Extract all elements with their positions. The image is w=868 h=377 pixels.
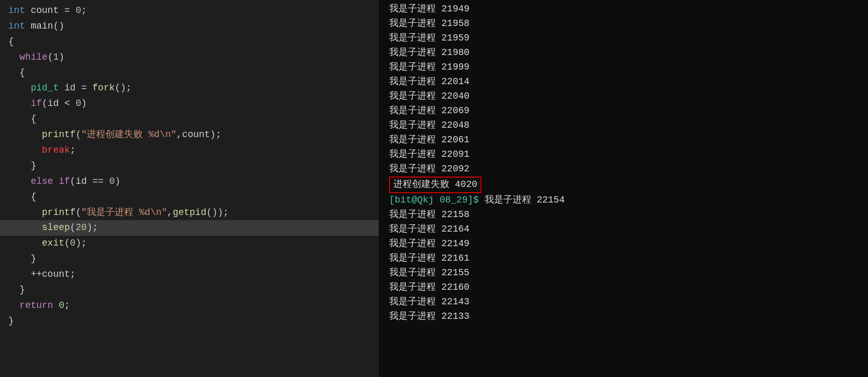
code-editor: int count = 0;int main(){ while(1) { pid… — [0, 0, 379, 377]
code-token: ); — [87, 221, 98, 235]
error-message: 进程创建失败 4020 — [389, 177, 481, 193]
code-token: ) — [115, 174, 120, 189]
code-token: ; — [81, 4, 87, 18]
code-token: 0 — [70, 236, 76, 251]
terminal-line: 我是子进程 21959 — [389, 31, 858, 46]
code-token: } — [8, 252, 36, 266]
code-line: { — [0, 190, 379, 205]
code-token: 1 — [53, 50, 59, 65]
terminal-line: 我是子进程 22160 — [389, 280, 858, 295]
code-token: if — [59, 174, 70, 189]
code-token: 0 — [76, 4, 81, 18]
terminal-line: 我是子进程 22061 — [389, 133, 858, 147]
code-token: "进程创建失败 %d\n" — [81, 128, 176, 142]
code-token — [53, 299, 59, 313]
code-token — [8, 143, 42, 158]
code-token: id = — [59, 81, 92, 96]
code-token: ) — [59, 50, 64, 65]
code-token: sleep — [42, 221, 70, 235]
code-line: else if(id == 0) — [0, 174, 379, 190]
code-token: ) — [81, 97, 87, 111]
code-token: (id == — [70, 174, 109, 189]
terminal-line: 我是子进程 22048 — [389, 118, 858, 133]
code-token: } — [8, 283, 25, 298]
code-token: pid_t — [31, 81, 59, 96]
code-token: if — [31, 97, 42, 111]
code-token: { — [8, 190, 36, 205]
code-token: getpid — [173, 206, 206, 220]
code-token: 0 — [76, 97, 81, 111]
terminal-line: 进程创建失败 4020 — [389, 177, 858, 193]
code-token: { — [8, 112, 36, 127]
code-token: } — [8, 314, 14, 329]
code-token: ,count); — [176, 128, 221, 142]
code-token: "我是子进程 %d\n" — [81, 206, 167, 220]
code-token: count = — [25, 4, 75, 18]
code-line: if(id < 0) — [0, 96, 379, 112]
code-token: ( — [64, 236, 70, 251]
terminal-line: 我是子进程 22092 — [389, 162, 858, 177]
code-token: 0 — [109, 174, 115, 189]
code-token: ); — [76, 236, 87, 251]
code-token: ( — [70, 221, 76, 235]
code-token: 0 — [59, 299, 64, 313]
code-token — [8, 221, 42, 235]
code-line: ++count; — [0, 267, 379, 282]
terminal-line: 我是子进程 22040 — [389, 89, 858, 104]
code-token: exit — [42, 236, 64, 251]
code-token — [8, 50, 20, 65]
code-token: { — [8, 66, 25, 80]
code-token: ()); — [206, 206, 229, 220]
terminal-line: 我是子进程 22158 — [389, 208, 858, 222]
code-line: int main() — [0, 19, 379, 34]
code-line: sleep(20); — [0, 220, 379, 236]
code-line: printf("进程创建失败 %d\n",count); — [0, 127, 379, 143]
code-token: else — [31, 174, 53, 189]
code-line: pid_t id = fork(); — [0, 80, 379, 96]
terminal-line: 我是子进程 22149 — [389, 237, 858, 251]
terminal-line: 我是子进程 21958 — [389, 17, 858, 31]
terminal-line: 我是子进程 22161 — [389, 251, 858, 266]
terminal-line: 我是子进程 22143 — [389, 295, 858, 309]
terminal-output: 我是子进程 21949我是子进程 21958我是子进程 21959我是子进程 2… — [379, 0, 868, 377]
code-token — [8, 299, 20, 313]
code-line: { — [0, 65, 379, 81]
code-line: { — [0, 34, 379, 50]
terminal-line: 我是子进程 22133 — [389, 309, 858, 324]
code-token: ( — [76, 206, 81, 220]
code-token: 20 — [76, 221, 87, 235]
terminal-line: 我是子进程 22091 — [389, 147, 858, 162]
code-line: printf("我是子进程 %d\n",getpid()); — [0, 205, 379, 221]
code-token: ( — [76, 128, 81, 142]
code-line: exit(0); — [0, 236, 379, 251]
code-line: return 0; — [0, 298, 379, 314]
terminal-output-text: 我是子进程 22154 — [485, 193, 565, 208]
code-token: return — [20, 299, 53, 313]
terminal-line: 我是子进程 21999 — [389, 60, 858, 75]
code-token: ; — [64, 299, 70, 313]
code-token — [8, 97, 31, 111]
code-token: int — [8, 19, 25, 34]
code-line: int count = 0; — [0, 3, 379, 19]
code-token: int — [8, 4, 25, 18]
terminal-line: 我是子进程 22069 — [389, 104, 858, 118]
code-line: } — [0, 282, 379, 298]
code-token — [8, 81, 31, 96]
code-line: break; — [0, 143, 379, 158]
code-token — [8, 174, 31, 189]
code-token — [8, 128, 42, 142]
code-token — [8, 236, 42, 251]
code-token: { — [8, 35, 14, 49]
terminal-line: 我是子进程 21980 — [389, 46, 858, 60]
terminal-line: 我是子进程 21949 — [389, 2, 858, 17]
code-token: fork — [92, 81, 115, 96]
code-token: (id < — [42, 97, 76, 111]
code-line: } — [0, 314, 379, 329]
code-token: } — [8, 159, 36, 173]
code-token: , — [167, 206, 173, 220]
code-token: printf — [42, 206, 76, 220]
terminal-line: [bit@Qkj 08_29]$ 我是子进程 22154 — [389, 193, 858, 208]
code-line: while(1) — [0, 50, 379, 65]
code-token: ( — [48, 50, 53, 65]
code-token: break — [42, 143, 70, 158]
